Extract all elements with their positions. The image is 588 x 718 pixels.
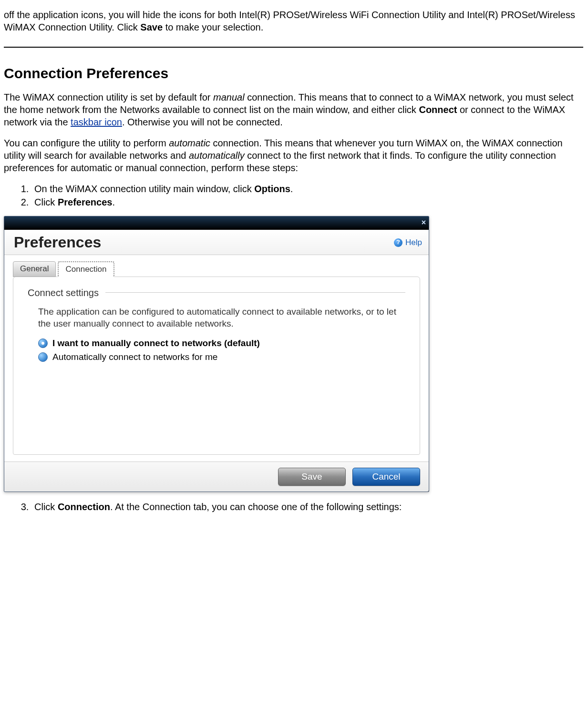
help-link[interactable]: ? Help [394,237,422,248]
tab-general[interactable]: General [13,261,56,277]
step-1: On the WiMAX connection utility main win… [31,183,583,195]
help-label: Help [405,237,422,248]
steps-list-3: Click Connection. At the Connection tab,… [4,501,583,513]
groupbox-divider [105,292,405,293]
radio-manual[interactable]: I want to manually connect to networks (… [38,338,405,349]
intro-paragraph: off the application icons, you will hide… [4,9,583,33]
step1-options: Options [254,184,290,194]
p2-automatically: automatically [189,150,245,161]
connection-preferences-heading: Connection Preferences [4,64,583,82]
dialog-header: Preferences ? Help [4,230,429,255]
dialog-footer: Save Cancel [4,462,429,492]
save-button[interactable]: Save [278,468,346,486]
dialog-title: Preferences [14,233,101,253]
step3-connection: Connection [58,502,110,512]
radio-icon [38,352,48,362]
step3-text-a: Click [34,502,58,512]
p1-text-a: The WiMAX connection utility is set by d… [4,92,213,103]
preferences-dialog: × Preferences ? Help General Connection … [4,216,429,492]
groupbox-header: Connect settings [28,287,405,299]
groupbox-title: Connect settings [28,287,99,299]
radio-manual-label: I want to manually connect to networks (… [52,338,260,349]
help-icon: ? [394,238,402,247]
p1-text-d: . Otherwise you will not be connected. [122,117,283,127]
section-divider [4,47,583,48]
dialog-tabs: General Connection [4,255,429,277]
p1-connect: Connect [419,104,457,115]
p2-automatic: automatic [169,138,210,148]
step2-text-c: . [112,197,115,207]
tab-connection[interactable]: Connection [58,261,114,277]
intro-text-a: off the application icons, you will hide… [4,10,575,32]
intro-text-b: to make your selection. [163,22,263,32]
step-3: Click Connection. At the Connection tab,… [31,501,583,513]
radio-icon [38,338,48,348]
dialog-titlebar[interactable]: × [4,216,429,230]
step1-text-c: . [290,184,293,194]
step3-text-c: . At the Connection tab, you can choose … [110,502,402,512]
steps-list-12: On the WiMAX connection utility main win… [4,183,583,208]
paragraph-automatic: You can configure the utility to perform… [4,137,583,174]
step1-text-a: On the WiMAX connection utility main win… [34,184,254,194]
step-2: Click Preferences. [31,196,583,208]
resize-grip-icon [428,491,429,492]
dialog-panel: Connect settings The application can be … [13,277,420,455]
radio-auto-label: Automatically connect to networks for me [52,351,217,363]
intro-save-word: Save [140,22,163,32]
paragraph-manual: The WiMAX connection utility is set by d… [4,91,583,128]
p2-text-a: You can configure the utility to perform [4,138,169,148]
groupbox-description: The application can be configured to aut… [38,306,405,330]
taskbar-icon-link[interactable]: taskbar icon [71,117,122,127]
radio-auto[interactable]: Automatically connect to networks for me [38,351,405,363]
step2-text-a: Click [34,197,58,207]
close-icon[interactable]: × [422,219,426,226]
cancel-button[interactable]: Cancel [352,468,420,486]
p1-manual: manual [213,92,245,103]
step2-preferences: Preferences [58,197,113,207]
